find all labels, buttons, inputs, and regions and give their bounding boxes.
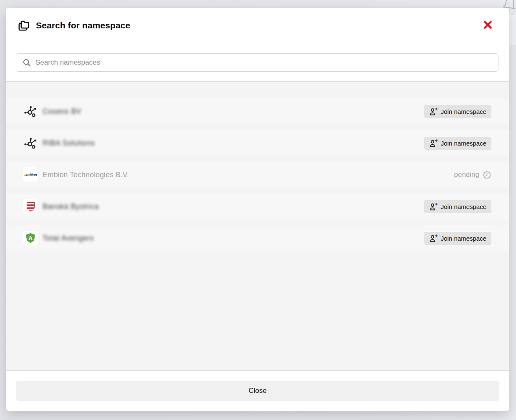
- folders-icon: [18, 19, 30, 32]
- namespace-row: RIBA Solutions Join namespace: [6, 130, 509, 156]
- network-graph-icon: [23, 104, 38, 119]
- namespace-action: Join namespace: [424, 200, 491, 213]
- namespace-info: A Total Avengers: [23, 231, 94, 246]
- join-namespace-label: Join namespace: [441, 140, 486, 147]
- embion-logo: ≡mbion: [23, 167, 38, 182]
- user-plus-icon: [429, 234, 438, 243]
- green-a-shield-logo: A: [23, 231, 38, 246]
- search-namespaces-input[interactable]: [16, 54, 498, 71]
- namespace-row: Cosens BV Join namespace: [6, 98, 509, 124]
- join-namespace-button[interactable]: Join namespace: [424, 200, 491, 213]
- join-namespace-button[interactable]: Join namespace: [424, 137, 491, 150]
- clock-icon: [483, 171, 491, 179]
- namespace-info: Cosens BV: [23, 104, 81, 119]
- modal-header: Search for namespace: [6, 8, 509, 43]
- namespace-row: Banská Bystrica Join namespace: [6, 194, 509, 219]
- namespace-name: Total Avengers: [43, 234, 94, 243]
- search-namespace-modal: Search for namespace: [6, 8, 509, 411]
- namespace-name: Cosens BV: [43, 107, 81, 116]
- namespace-name: Banská Bystrica: [43, 202, 99, 211]
- modal-footer: Close: [6, 371, 509, 411]
- namespace-info: Banská Bystrica: [23, 199, 99, 214]
- join-namespace-button[interactable]: Join namespace: [424, 105, 491, 118]
- search-icon: [22, 58, 31, 67]
- user-plus-icon: [429, 107, 438, 116]
- join-namespace-label: Join namespace: [441, 235, 486, 242]
- search-section: [6, 43, 509, 82]
- namespace-name: RIBA Solutions: [43, 139, 95, 148]
- namespace-action: Join namespace: [424, 232, 491, 245]
- join-namespace-label: Join namespace: [441, 108, 486, 115]
- close-button[interactable]: Close: [16, 381, 499, 401]
- namespace-info: RIBA Solutions: [23, 136, 95, 151]
- namespace-row: ≡mbion Embion Technologies B.V. pending: [6, 162, 509, 188]
- modal-title: Search for namespace: [36, 20, 130, 30]
- join-namespace-label: Join namespace: [441, 203, 486, 210]
- close-x-icon: [483, 20, 493, 31]
- namespace-action: Join namespace: [424, 137, 491, 150]
- network-graph-icon: [23, 136, 38, 151]
- namespace-action: pending: [454, 171, 491, 179]
- namespace-name: Embion Technologies B.V.: [43, 171, 129, 179]
- search-box: [16, 53, 498, 72]
- pending-status: pending: [454, 171, 491, 179]
- namespace-list: Cosens BV Join namespace: [6, 82, 509, 371]
- namespace-row: A Total Avengers Join namespace: [6, 225, 509, 251]
- namespace-action: Join namespace: [424, 105, 491, 118]
- user-plus-icon: [429, 139, 438, 148]
- user-plus-icon: [429, 202, 438, 211]
- close-modal-button[interactable]: [481, 18, 494, 33]
- striped-shield-logo: [23, 199, 38, 214]
- svg-text:A: A: [28, 235, 33, 241]
- join-namespace-button[interactable]: Join namespace: [424, 232, 491, 245]
- namespace-info: ≡mbion Embion Technologies B.V.: [23, 167, 129, 182]
- pending-label: pending: [454, 171, 479, 179]
